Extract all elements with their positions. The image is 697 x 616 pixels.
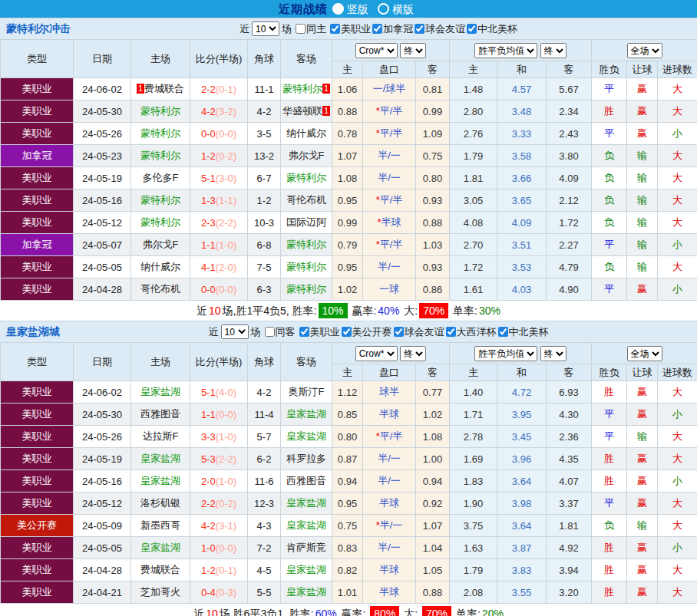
home-odds-cell: 0.85 <box>332 404 363 426</box>
league-label: 美公开赛 <box>352 325 392 339</box>
home-team-cell: 西雅图音 <box>131 404 190 426</box>
league-label: 球会友谊 <box>405 325 444 339</box>
score-cell: 1-2(0-1) <box>190 559 248 581</box>
home-odds-cell: 1.12 <box>332 381 363 404</box>
avg-draw-cell: 4.03 <box>497 278 547 301</box>
league-filter: 大西洋杯 <box>446 325 497 339</box>
summary-part: 20% <box>482 608 504 616</box>
league-checkbox[interactable] <box>394 327 404 337</box>
league-label: 美职业 <box>341 22 371 36</box>
corner-cell: 4-3 <box>248 515 281 537</box>
avg-away-cell: 5.67 <box>547 78 592 100</box>
team-name-link[interactable]: 皇家盐湖城 <box>0 325 152 339</box>
handicap-result-cell: 赢 <box>627 559 658 581</box>
date-cell: 24-04-28 <box>74 278 131 301</box>
same-venue-checkbox[interactable] <box>296 24 306 34</box>
same-venue-checkbox[interactable] <box>265 327 275 337</box>
handicap-cell: 半/一 <box>363 256 416 278</box>
home-team-cell: 芝加哥火 <box>131 581 190 604</box>
avg-draw-cell: 3.58 <box>497 145 547 167</box>
result-cell: 胜 <box>592 581 627 604</box>
handicap-cell: 半/一 <box>363 470 416 492</box>
date-cell: 24-05-12 <box>74 212 131 234</box>
top-bar: 近期战绩竖版横版 <box>0 0 697 18</box>
team-name-link[interactable]: 蒙特利尔冲击 <box>0 22 152 36</box>
recent-count-select[interactable]: 10 <box>252 21 279 36</box>
odds-company-select[interactable]: Crow* <box>355 43 398 58</box>
odds-time-select[interactable]: 终 <box>400 346 426 361</box>
avg-away-cell: 2.36 <box>547 426 592 448</box>
odds-company-select[interactable]: Crow* <box>355 346 398 361</box>
summary-part: 10 <box>206 608 218 616</box>
home-team-cell: 蒙特利尔 <box>131 100 190 123</box>
avg-group-header: 胜平负均值 终 <box>450 343 592 364</box>
away-team-cell: 蒙特利尔 <box>281 234 332 256</box>
radio-horizontal[interactable] <box>378 3 389 15</box>
recent-count-select[interactable]: 10 <box>221 324 249 339</box>
away-team-cell: 国际迈阿 <box>281 212 332 234</box>
league-label: 中北美杯 <box>477 22 517 36</box>
corner-cell: 1-2 <box>248 189 281 212</box>
match-row: 美职业24-05-05纳什威尔4-1(2-0)7-5蒙特利尔0.95半/一0.9… <box>1 256 697 278</box>
handicap-cell: 半/一 <box>363 448 416 470</box>
avg-time-select[interactable]: 终 <box>540 346 567 361</box>
radio-vertical-selected[interactable] <box>332 3 344 15</box>
home-odds-cell: 0.94 <box>332 470 363 492</box>
result-cell: 平 <box>592 492 627 515</box>
fulltime-group-header: 全场 <box>592 343 697 364</box>
avg-home-cell: 2.08 <box>450 581 497 604</box>
league-checkbox[interactable] <box>415 24 424 34</box>
handicap-result-cell: 赢 <box>627 404 658 426</box>
home-team-cell: 皇家盐湖 <box>131 448 190 470</box>
result-cell: 平 <box>592 426 627 448</box>
league-checkbox[interactable] <box>446 327 456 337</box>
league-checkbox[interactable] <box>498 327 508 337</box>
result-cell: 胜 <box>592 559 627 581</box>
corner-cell: 5-5 <box>248 581 281 604</box>
handicap-result-cell: 赢 <box>627 581 658 604</box>
goals-cell: 小 <box>658 278 697 301</box>
goals-cell: 小 <box>658 234 697 256</box>
away-team-cell: 皇家盐湖 <box>281 559 332 581</box>
avg-away-cell: 2.12 <box>547 189 592 212</box>
corner-cell: 11-4 <box>248 404 281 426</box>
league-checkbox[interactable] <box>372 24 382 34</box>
date-cell: 24-05-09 <box>74 515 131 537</box>
home-team-cell: 1费城联合 <box>131 78 190 100</box>
score-cell: 0-0(0-0) <box>190 278 248 301</box>
avg-draw-cell: 3.64 <box>497 515 547 537</box>
score-cell: 1-2(0-2) <box>190 145 248 167</box>
league-type-cell: 美职业 <box>1 78 74 100</box>
league-type-cell: 美职业 <box>1 426 74 448</box>
away-team-cell: 哥伦布机 <box>281 189 332 212</box>
home-team-cell: 蒙特利尔 <box>131 145 190 167</box>
handicap-cell: 一球 <box>363 278 416 301</box>
fulltime-select[interactable]: 全场 <box>627 43 662 58</box>
avg-time-select[interactable]: 终 <box>540 43 567 58</box>
date-cell: 24-06-02 <box>74 78 131 100</box>
date-cell: 24-04-28 <box>74 559 131 581</box>
star-marker: * <box>377 216 381 228</box>
score-cell: 2-0(1-0) <box>190 470 248 492</box>
handicap-cell: *平/半 <box>363 234 416 256</box>
result-cell: 负 <box>592 256 627 278</box>
league-type-cell: 美职业 <box>1 278 74 301</box>
league-checkbox[interactable] <box>299 327 309 337</box>
league-type-cell: 加拿冠 <box>1 234 74 256</box>
handicap-result-cell: 赢 <box>627 278 658 301</box>
league-checkbox[interactable] <box>467 24 477 34</box>
league-checkbox[interactable] <box>342 327 352 337</box>
avg-away-cell: 4.79 <box>547 256 592 278</box>
fulltime-select[interactable]: 全场 <box>627 346 662 361</box>
handicap-result-cell: 输 <box>627 212 658 234</box>
league-type-cell: 美职业 <box>1 448 74 470</box>
avg-away-cell: 4.09 <box>547 167 592 189</box>
league-type-cell: 美职业 <box>1 492 74 515</box>
avg-type-select[interactable]: 胜平负均值 <box>474 346 537 361</box>
home-odds-cell: 0.95 <box>332 189 363 212</box>
odds-time-select[interactable]: 终 <box>400 43 426 58</box>
league-checkbox[interactable] <box>330 24 340 34</box>
score-cell: 5-3(2-2) <box>190 448 248 470</box>
summary-part: 场,胜1平4负5, 胜率: <box>223 305 317 317</box>
avg-type-select[interactable]: 胜平负均值 <box>474 43 537 58</box>
